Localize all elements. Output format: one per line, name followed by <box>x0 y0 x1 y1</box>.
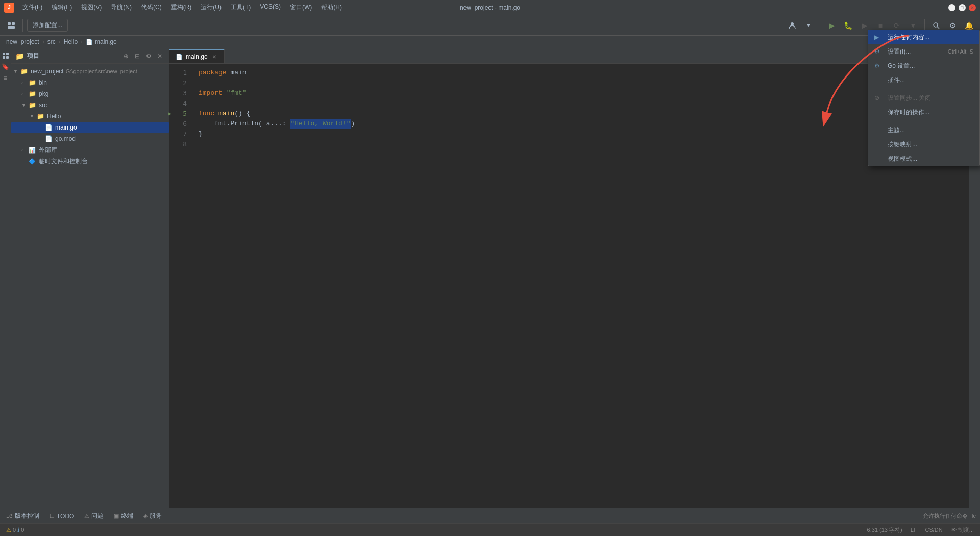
println-close: ) <box>351 119 355 129</box>
svg-rect-6 <box>3 53 5 55</box>
root-path: G:\goproject\src\new_project <box>66 68 137 74</box>
menu-navigate[interactable]: 导航(N) <box>107 2 136 13</box>
chevron-hello: ▼ <box>30 114 37 119</box>
sync-external-libs-button[interactable]: ⊕ <box>121 51 131 61</box>
status-warnings[interactable]: ⚠ 0 ℹ 0 <box>4 526 26 534</box>
tab-close-button[interactable]: ✕ <box>211 53 218 60</box>
menu-file[interactable]: 文件(F) <box>18 2 46 13</box>
go-settings-label: Go 设置... <box>888 62 915 70</box>
menu-refactor[interactable]: 重构(R) <box>167 2 196 13</box>
account-dropdown[interactable]: ▼ <box>801 18 816 33</box>
tree-item-root[interactable]: ▼ 📁 new_project G:\goproject\src\new_pro… <box>11 66 169 77</box>
chevron-pkg: › <box>21 91 29 96</box>
dropdown-keymap[interactable]: . 按键映射... <box>868 137 979 151</box>
tree-item-pkg[interactable]: › 📁 pkg <box>11 88 169 99</box>
dropdown-save-on-save[interactable]: . 保存时的操作... <box>868 105 979 119</box>
theme-icon: . <box>874 126 884 134</box>
services-button[interactable]: ◈ 服务 <box>141 511 164 521</box>
view-mode-icon: . <box>874 155 884 162</box>
breadcrumb-hello[interactable]: Hello <box>64 38 78 45</box>
tab-maingo[interactable]: 📄 main.go ✕ <box>169 49 225 63</box>
chevron-src: ▼ <box>21 103 29 108</box>
view-mode-label: 视图模式... <box>888 155 917 163</box>
menu-code[interactable]: 代码(C) <box>137 2 166 13</box>
code-editor[interactable]: 1 2 3 4 ▶5 6 7 8 package main import "fm… <box>169 64 969 508</box>
account-button[interactable] <box>785 18 799 33</box>
minimize-button[interactable]: ─ <box>948 4 955 11</box>
tree-item-external[interactable]: › 📊 外部库 <box>11 144 169 156</box>
terminal-icon: ▣ <box>114 513 119 519</box>
project-folder-icon: 📁 <box>15 52 24 60</box>
tree-item-bin[interactable]: › 📁 bin <box>11 77 169 88</box>
debug-button[interactable]: 🐛 <box>841 18 855 33</box>
breadcrumb-root[interactable]: new_project <box>6 38 39 45</box>
menu-window[interactable]: 窗口(W) <box>286 2 316 13</box>
breadcrumb-src[interactable]: src <box>47 38 56 45</box>
run-config-button[interactable]: 添加配置... <box>27 19 68 32</box>
run-button[interactable]: ▶ <box>824 18 839 33</box>
info-icon: ℹ <box>17 527 19 533</box>
status-locale[interactable]: 👁 制度... <box>949 525 976 535</box>
collapse-all-button[interactable]: ⊟ <box>132 51 142 61</box>
editor-area: 📄 main.go ✕ 1 2 3 4 ▶5 6 7 8 <box>169 48 969 508</box>
todo-button[interactable]: ☐ TODO <box>47 512 76 521</box>
menu-tools[interactable]: 工具(T) <box>227 2 255 13</box>
file-icon-gomod: 📄 <box>45 135 53 142</box>
dropdown-view-mode[interactable]: . 视图模式... <box>868 151 979 166</box>
svg-rect-7 <box>6 53 9 55</box>
line-num-6: 6 <box>169 119 187 129</box>
line-num-4: 4 <box>169 98 187 109</box>
tree-item-src[interactable]: ▼ 📁 src <box>11 99 169 111</box>
maximize-button[interactable]: □ <box>959 4 966 11</box>
dropdown-plugins[interactable]: . 插件... <box>868 73 979 87</box>
menu-view[interactable]: 视图(V) <box>77 2 106 13</box>
tree-item-hello[interactable]: ▼ 📁 Hello <box>11 111 169 122</box>
code-line-1: package main <box>199 68 965 78</box>
sidebar-icon-structure[interactable]: ≡ <box>1 73 11 83</box>
dropdown-theme[interactable]: . 主题... <box>868 123 979 137</box>
dropdown-run-any[interactable]: ▶ 运行任何内容... <box>868 30 979 44</box>
line-numbers: 1 2 3 4 ▶5 6 7 8 <box>169 64 192 508</box>
svg-rect-1 <box>8 26 15 29</box>
status-lf[interactable]: LF <box>909 525 919 535</box>
menu-edit[interactable]: 编辑(E) <box>47 2 76 13</box>
scratch-name: 临时文件和控制台 <box>39 157 88 166</box>
menu-run[interactable]: 运行(U) <box>197 2 226 13</box>
settings-icon: ⚙ <box>874 48 884 55</box>
status-time[interactable]: 6:31 (13 字符) <box>865 525 904 535</box>
vcs-button[interactable]: ⎇ 版本控制 <box>4 511 41 521</box>
code-line-3: import "fmt" <box>199 88 965 98</box>
project-close-button[interactable]: ✕ <box>155 51 165 61</box>
code-content[interactable]: package main import "fmt" func main() { … <box>192 64 969 508</box>
toolbar-sep-2 <box>820 19 820 32</box>
services-icon: ◈ <box>143 513 148 519</box>
tree-item-gomod[interactable]: › 📄 go.mod <box>11 133 169 144</box>
terminal-button[interactable]: ▣ 终端 <box>112 511 135 521</box>
close-button[interactable]: ✕ <box>969 4 976 11</box>
chevron-external: › <box>21 147 29 152</box>
tree-item-maingo[interactable]: › 📄 main.go <box>11 122 169 133</box>
issues-button[interactable]: ⚠ 问题 <box>82 511 106 521</box>
hello-world-string: "Hello, World!" <box>290 119 351 129</box>
settings-shortcut: Ctrl+Alt+S <box>948 48 973 55</box>
menu-help[interactable]: 帮助(H) <box>317 2 346 13</box>
breadcrumb-sep-3: › <box>81 38 83 45</box>
keymap-icon: . <box>874 141 884 148</box>
bin-name: bin <box>39 79 47 86</box>
dropdown-settings[interactable]: ⚙ 设置(I)... Ctrl+Alt+S <box>868 44 979 59</box>
project-settings-button[interactable]: ⚙ <box>143 51 154 61</box>
breadcrumb-file[interactable]: main.go <box>95 38 117 45</box>
info-count: 0 <box>21 527 24 533</box>
sidebar-icon-bookmarks[interactable]: 🔖 <box>1 62 11 72</box>
dropdown-go-settings[interactable]: ⚙ Go 设置... <box>868 59 979 73</box>
folder-icon-pkg: 📁 <box>29 90 37 97</box>
menu-vcs[interactable]: VCS(S) <box>256 2 285 13</box>
package-name: main <box>230 68 246 78</box>
project-icon <box>4 18 18 33</box>
sidebar-icon-project[interactable] <box>1 50 11 61</box>
vcs-label: 版本控制 <box>15 512 39 520</box>
dropdown-sep-2 <box>868 121 979 121</box>
toolbar-sep-1 <box>22 19 23 32</box>
tree-item-scratch[interactable]: › 🔷 临时文件和控制台 <box>11 156 169 167</box>
status-encoding[interactable]: CS/DN <box>923 525 945 535</box>
